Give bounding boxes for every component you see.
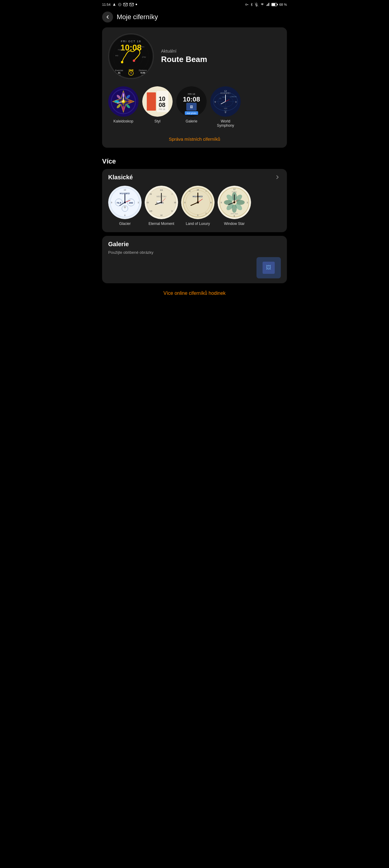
svg-text:642: 642 xyxy=(115,55,118,57)
svg-rect-55 xyxy=(147,92,156,111)
svg-point-4 xyxy=(245,4,247,5)
svg-rect-14 xyxy=(269,3,269,6)
svg-text:XI: XI xyxy=(150,193,152,195)
svg-point-100 xyxy=(124,202,126,203)
status-left: 11:54 • xyxy=(102,3,137,6)
svg-text:3: 3 xyxy=(138,202,139,204)
bluetooth-icon xyxy=(250,2,253,7)
svg-text:7645: 7645 xyxy=(224,107,227,110)
svg-text:steps: steps xyxy=(224,110,227,112)
svg-text:6: 6 xyxy=(234,215,235,217)
windowstar-face: 12 3 6 9 Friday 2645 steps xyxy=(218,186,251,219)
main-card: FRI OCT 18 10:08 Exercise 31 min 268 🏃 D… xyxy=(102,27,287,148)
svg-text:km: km xyxy=(141,74,144,76)
galerie-thumb: FRI 18 10:08 🖼 Add photo xyxy=(176,86,207,117)
svg-point-21 xyxy=(121,61,123,64)
more-online-label[interactable]: Více online ciferníků hodinek xyxy=(97,287,292,300)
current-watch-section: FRI OCT 18 10:08 Exercise 31 min 268 🏃 D… xyxy=(108,33,281,79)
svg-text:10:08: 10:08 xyxy=(120,43,141,52)
battery-label: 68 % xyxy=(279,3,287,6)
svg-rect-16 xyxy=(277,4,278,5)
svg-text:742HPA: 742HPA xyxy=(118,49,124,51)
svg-text:Add photo: Add photo xyxy=(187,112,196,115)
watch-item-galerie[interactable]: FRI 18 10:08 🖼 Add photo Galerie xyxy=(176,86,207,128)
watch-card-glacier[interactable]: HUAWEI 12 3 6 9 76.5 280 xyxy=(108,186,141,226)
windowstar-name: Window Star xyxy=(224,222,245,226)
svg-text:255m: 255m xyxy=(140,46,144,48)
svg-text:280: 280 xyxy=(129,202,133,204)
email-icon-1 xyxy=(123,3,128,6)
svg-text:2645 steps: 2645 steps xyxy=(231,213,238,215)
svg-text:76.5: 76.5 xyxy=(117,202,121,204)
manage-link[interactable]: Správa místních ciferníků xyxy=(108,136,281,142)
svg-text:3: 3 xyxy=(247,202,248,204)
watch-item-styl[interactable]: 10 08 FRI 18 Styl xyxy=(142,86,173,128)
svg-text:LA: LA xyxy=(219,98,222,99)
klasicke-header[interactable]: Klasické xyxy=(108,174,281,181)
svg-text:10:08: 10:08 xyxy=(183,95,200,103)
back-button[interactable] xyxy=(102,11,113,23)
klasicke-chevron[interactable] xyxy=(274,174,281,181)
notification-dot: • xyxy=(135,3,137,6)
worldsymphony-thumb: HUAWEI 12 3 6 9 LA NYC LONDON xyxy=(210,86,241,117)
svg-text:2752: 2752 xyxy=(142,56,146,58)
galerie-partial-subtitle: Použijte oblíbené obrázky xyxy=(108,250,281,255)
klasicke-card: Klasické HUAWEI 12 3 6 xyxy=(102,169,287,232)
svg-text:12: 12 xyxy=(224,90,227,92)
signal-icon xyxy=(266,3,270,6)
svg-text:🏃: 🏃 xyxy=(129,71,133,75)
svg-text:08: 08 xyxy=(159,101,165,108)
watch-card-eternal[interactable]: XII I III V VI VII IX XI SUN 20 WED THU xyxy=(145,186,178,226)
svg-text:IX: IX xyxy=(147,201,149,204)
svg-point-48 xyxy=(122,106,125,111)
svg-text:3: 3 xyxy=(235,101,237,103)
svg-point-50 xyxy=(114,100,119,103)
svg-text:9: 9 xyxy=(111,202,112,204)
svg-text:HUAWEI: HUAWEI xyxy=(220,92,231,94)
glacier-name: Glacier xyxy=(119,222,131,226)
route-beam-face: FRI OCT 18 10:08 Exercise 31 min 268 🏃 D… xyxy=(109,34,153,79)
svg-text:VI: VI xyxy=(160,214,163,217)
svg-point-155 xyxy=(233,202,235,203)
luxury-name: Land of Luxury xyxy=(186,222,210,226)
battery-icon xyxy=(271,3,278,6)
galerie-label: Galerie xyxy=(186,119,198,123)
worldsymphony-label: World Symphony xyxy=(212,119,239,128)
current-watch-preview[interactable]: FRI OCT 18 10:08 Exercise 31 min 268 🏃 D… xyxy=(108,33,154,79)
svg-point-22 xyxy=(133,60,135,62)
galerie-partial-title: Galerie xyxy=(108,241,281,248)
watch-card-luxury[interactable]: HUAWEI 12 3 6 9 11 1 4 5 10 xyxy=(181,186,215,226)
watch-item-kaleidoskop[interactable]: Kaleidoskop xyxy=(108,86,138,128)
svg-text:min: min xyxy=(118,74,120,76)
svg-text:LONDON: LONDON xyxy=(230,96,237,98)
svg-text:FRI 18: FRI 18 xyxy=(188,93,195,95)
svg-text:9: 9 xyxy=(184,202,185,204)
glacier-face: HUAWEI 12 3 6 9 76.5 280 xyxy=(108,186,141,219)
svg-text:🖼: 🖼 xyxy=(190,105,193,108)
watch-face-list: Kaleidoskop 10 08 FRI 18 xyxy=(108,86,281,130)
email-icon-2 xyxy=(129,3,134,6)
more-section-title: Více xyxy=(97,153,292,168)
watch-card-windowstar[interactable]: 12 3 6 9 Friday 2645 steps Window xyxy=(218,186,251,226)
wifi-icon xyxy=(260,3,265,6)
status-time: 11:54 xyxy=(102,3,110,6)
status-right: 68 % xyxy=(245,2,287,7)
kaleidoskop-label: Kaleidoskop xyxy=(114,119,133,123)
svg-text:III: III xyxy=(174,201,176,204)
svg-rect-17 xyxy=(272,3,275,5)
mute-icon xyxy=(254,3,259,6)
svg-text:XII: XII xyxy=(160,189,163,191)
styl-label: Styl xyxy=(154,119,160,123)
svg-point-117 xyxy=(160,202,162,203)
kaleidoskop-thumb xyxy=(108,86,138,117)
svg-rect-11 xyxy=(266,5,267,6)
svg-text:V: V xyxy=(171,210,173,212)
klasicke-watches: HUAWEI 12 3 6 9 76.5 280 xyxy=(108,186,281,226)
klasicke-title: Klasické xyxy=(108,174,133,181)
key-icon xyxy=(245,3,249,6)
styl-thumb: 10 08 FRI 18 xyxy=(142,86,173,117)
svg-text:Distance: Distance xyxy=(139,69,147,71)
watch-item-worldsymphony[interactable]: HUAWEI 12 3 6 9 LA NYC LONDON xyxy=(210,86,241,128)
luxury-face: HUAWEI 12 3 6 9 11 1 4 5 10 xyxy=(181,186,215,219)
svg-text:🖼: 🖼 xyxy=(266,265,271,271)
